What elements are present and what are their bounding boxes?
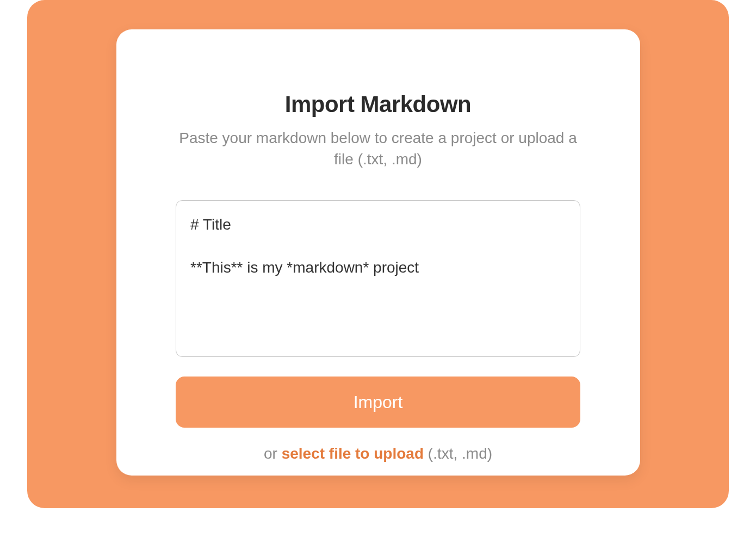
page-background: Import Markdown Paste your markdown belo… <box>27 0 729 508</box>
upload-file-hint: (.txt, .md) <box>424 445 492 462</box>
upload-prefix: or <box>264 445 282 462</box>
markdown-input[interactable] <box>176 200 580 357</box>
modal-subtitle: Paste your markdown below to create a pr… <box>171 127 585 170</box>
modal-title: Import Markdown <box>285 91 472 118</box>
select-file-link[interactable]: select file to upload <box>282 445 424 462</box>
import-markdown-modal: Import Markdown Paste your markdown belo… <box>116 29 640 476</box>
upload-file-line: or select file to upload (.txt, .md) <box>264 445 492 462</box>
import-button[interactable]: Import <box>176 377 580 428</box>
